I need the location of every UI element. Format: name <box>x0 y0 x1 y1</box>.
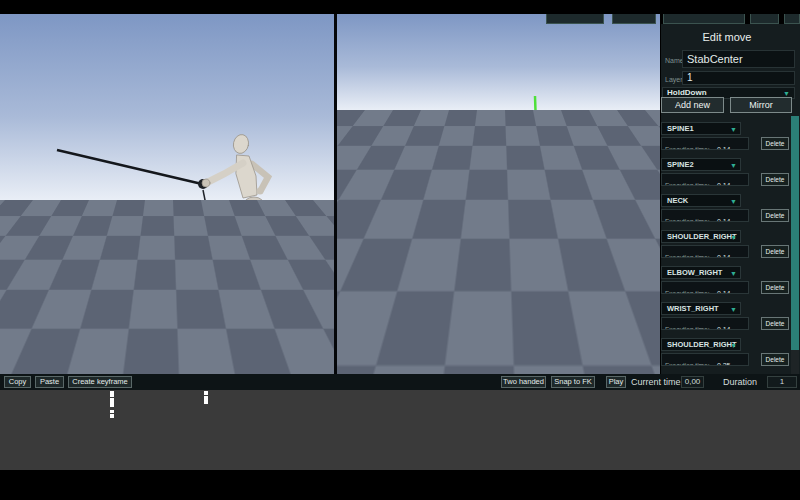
execution-time-value: 0,14 <box>714 146 731 150</box>
bone-list: SPINE1 ▼ Execution time: 0,14 Delete SPI… <box>661 122 793 374</box>
toolbar-button-clipped-4[interactable] <box>750 14 779 24</box>
bone-entry: NECK ▼ Execution time: 0,14 Delete <box>661 194 793 222</box>
bone-name-label: SPINE2 <box>662 159 740 170</box>
bottom-toolbar: Copy Paste Create keyframe Two handed Sn… <box>0 374 800 390</box>
selection-overlay <box>508 140 532 185</box>
chevron-down-icon: ▼ <box>730 341 737 351</box>
play-button[interactable]: Play <box>606 376 626 388</box>
keyframe-marker <box>110 410 114 413</box>
joint-marker-green-small[interactable] <box>470 206 476 212</box>
viewport-right[interactable] <box>337 14 660 374</box>
bone-entry: SHOULDER_RIGHT ▼ Execution time: 0,25 De… <box>661 338 793 366</box>
two-handed-button[interactable]: Two handed <box>501 376 546 388</box>
bone-dropdown[interactable]: SHOULDER_RIGHT ▼ <box>661 338 741 351</box>
bone-dropdown[interactable]: NECK ▼ <box>661 194 741 207</box>
bone-name-label: SPINE1 <box>662 123 740 134</box>
bone-dropdown[interactable]: WRIST_RIGHT ▼ <box>661 302 741 315</box>
bone-entry: SPINE1 ▼ Execution time: 0,14 Delete <box>661 122 793 150</box>
panel-title: Edit move <box>661 31 793 43</box>
gizmo-blue-axis <box>458 188 540 211</box>
keyframe-marker <box>110 398 114 407</box>
scene-left <box>0 14 334 374</box>
joint-marker-green[interactable] <box>544 129 552 137</box>
execution-time-value: 0,14 <box>714 254 731 258</box>
bone-name-label: WRIST_RIGHT <box>662 303 740 314</box>
current-time-value[interactable]: 0,00 <box>681 376 704 388</box>
duration-value[interactable]: 1 <box>767 376 797 388</box>
execution-time-field[interactable]: Execution time: 0,14 <box>661 281 749 294</box>
joint-marker-yellow[interactable] <box>436 190 446 200</box>
bone-entry: WRIST_RIGHT ▼ ▼ Execution time: 0,14 Del… <box>661 302 793 330</box>
viewport-left[interactable] <box>0 14 334 374</box>
execution-time-field[interactable]: Execution time: 0,14 <box>661 245 749 258</box>
delete-button[interactable]: Delete <box>761 317 789 330</box>
bone-name-label: SHOULDER_RIGHT <box>662 339 740 350</box>
bone-name-label: ELBOW_RIGHT <box>662 267 740 278</box>
create-keyframe-button[interactable]: Create keyframe <box>68 376 132 388</box>
delete-button[interactable]: Delete <box>761 353 789 366</box>
keyframe-marker <box>204 391 208 395</box>
joint-marker-red[interactable] <box>531 239 539 247</box>
delete-button[interactable]: Delete <box>761 281 789 294</box>
panel-scrollbar-track[interactable] <box>791 116 799 374</box>
panel-scrollbar-thumb[interactable] <box>791 116 799 350</box>
hold-type-value: HoldDown <box>667 88 707 97</box>
animation-editor-window: Edit move Name: StabCenter Layer: 1 Hold… <box>0 0 800 500</box>
toolbar-button-clipped-1[interactable] <box>546 14 604 24</box>
delete-button[interactable]: Delete <box>761 209 789 222</box>
execution-time-field[interactable]: Execution time: 0,14 <box>661 209 749 222</box>
bone-dropdown[interactable]: SPINE2 ▼ <box>661 158 741 171</box>
bone-dropdown[interactable]: SPINE1 ▼ <box>661 122 741 135</box>
execution-time-label: Execution time: <box>662 182 709 186</box>
toolbar-button-clipped-5[interactable] <box>784 14 800 24</box>
paste-button[interactable]: Paste <box>35 376 64 388</box>
execution-time-label: Execution time: <box>662 254 709 258</box>
execution-time-field[interactable]: Execution time: 0,14 <box>661 173 749 186</box>
move-name-input[interactable]: StabCenter <box>682 50 795 68</box>
execution-time-value: 0,25 <box>714 362 731 366</box>
bone-dropdown[interactable]: SHOULDER_RIGHT ▼ <box>661 230 741 243</box>
execution-time-label: Execution time: <box>662 326 709 330</box>
execution-time-label: Execution time: <box>662 218 709 222</box>
toolbar-button-clipped-2[interactable] <box>612 14 656 24</box>
mannequin <box>202 133 301 285</box>
delete-button[interactable]: Delete <box>761 245 789 258</box>
bone-entry: SHOULDER_RIGHT ▼ Execution time: 0,14 De… <box>661 230 793 258</box>
timeline-strip[interactable] <box>0 390 800 470</box>
keyframe-marker <box>110 414 114 418</box>
scene-right <box>337 14 660 374</box>
layer-input[interactable]: 1 <box>682 71 795 85</box>
bone-name-label: NECK <box>662 195 740 206</box>
execution-time-value: 0,14 <box>714 290 731 294</box>
delete-button[interactable]: Delete <box>761 173 789 186</box>
execution-time-field[interactable]: Execution time: 0,25 <box>661 353 749 366</box>
chevron-down-icon: ▼ <box>730 125 737 135</box>
execution-time-label: Execution time: <box>662 290 709 294</box>
chevron-down-icon: ▼ <box>730 269 737 279</box>
duration-label: Duration <box>723 377 757 387</box>
chevron-down-icon: ▼ <box>730 197 737 207</box>
execution-time-value: 0,14 <box>714 182 731 186</box>
mannequin-edited <box>462 122 567 262</box>
bone-name-label: SHOULDER_RIGHT <box>662 231 740 242</box>
bone-entry: ELBOW_RIGHT ▼ Execution time: 0,14 Delet… <box>661 266 793 294</box>
snap-to-fk-button[interactable]: Snap to FK <box>551 376 595 388</box>
execution-time-value: 0,14 <box>714 218 731 222</box>
keyframe-marker <box>110 391 114 397</box>
edit-move-panel: Edit move Name: StabCenter Layer: 1 Hold… <box>661 24 800 374</box>
execution-time-label: Execution time: <box>662 362 709 366</box>
execution-time-field[interactable]: Execution time: 0,14 <box>661 317 749 330</box>
chevron-down-icon: ▼ <box>730 161 737 171</box>
copy-button[interactable]: Copy <box>4 376 31 388</box>
execution-time-field[interactable]: Execution time: 0,14 <box>661 137 749 150</box>
add-new-button[interactable]: Add new <box>661 97 724 113</box>
execution-time-value: 0,14 <box>714 326 731 330</box>
mirror-button[interactable]: Mirror <box>730 97 792 113</box>
sword <box>352 157 469 177</box>
delete-button[interactable]: Delete <box>761 137 789 150</box>
toolbar-button-clipped-3[interactable] <box>663 14 745 24</box>
chevron-down-icon: ▼ <box>730 305 737 315</box>
execution-time-label: Execution time: <box>662 146 709 150</box>
piste-line <box>390 221 660 337</box>
bone-dropdown[interactable]: ELBOW_RIGHT ▼ <box>661 266 741 279</box>
